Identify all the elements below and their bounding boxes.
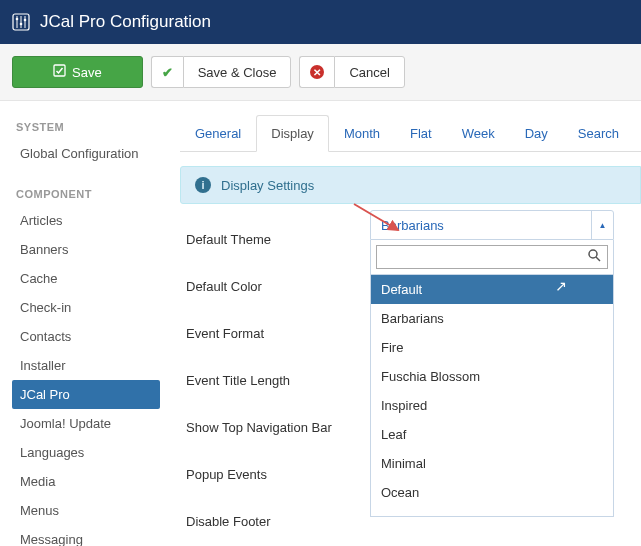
- dropdown-option[interactable]: Leaf: [371, 420, 613, 449]
- tab[interactable]: Search: [563, 115, 634, 151]
- dropdown-search: [370, 240, 614, 275]
- sidebar-item[interactable]: Cache: [12, 264, 160, 293]
- svg-point-5: [20, 23, 23, 26]
- tab-bar: GeneralDisplayMonthFlatWeekDaySearch: [180, 115, 641, 152]
- form-label: Default Color: [186, 279, 371, 294]
- sidebar-item[interactable]: Installer: [12, 351, 160, 380]
- dropdown-option[interactable]: Fire: [371, 333, 613, 362]
- sidebar-item-global-config[interactable]: Global Configuration: [12, 139, 160, 168]
- svg-point-8: [589, 250, 597, 258]
- sidebar-item[interactable]: Languages: [12, 438, 160, 467]
- save-close-button[interactable]: Save & Close: [183, 56, 292, 88]
- sidebar-item[interactable]: Media: [12, 467, 160, 496]
- save-icon: [53, 64, 66, 80]
- sidebar-item[interactable]: JCal Pro: [12, 380, 160, 409]
- checkmark-icon: ✔: [162, 65, 173, 80]
- info-banner: i Display Settings: [180, 166, 641, 204]
- dropdown-option[interactable]: Fuschia Blossom: [371, 362, 613, 391]
- form-label: Event Title Length: [186, 373, 371, 388]
- tab[interactable]: Display: [256, 115, 329, 152]
- dropdown-list[interactable]: Default↖BarbariansFireFuschia BlossomIns…: [370, 275, 614, 517]
- svg-point-6: [24, 19, 27, 22]
- form-label: Default Theme: [186, 232, 371, 247]
- sidebar-item[interactable]: Menus: [12, 496, 160, 525]
- page-header: JCal Pro Configuration: [0, 0, 641, 44]
- sidebar-item[interactable]: Banners: [12, 235, 160, 264]
- close-icon: ✕: [310, 65, 324, 79]
- sidebar-heading-component: COMPONENT: [12, 182, 160, 206]
- dropdown-option[interactable]: Barbarians: [371, 304, 613, 333]
- dropdown-option[interactable]: Sky: [371, 507, 613, 517]
- form-label: Show Top Navigation Bar: [186, 420, 371, 435]
- cursor-icon: ↖: [555, 278, 567, 294]
- cancel-icon-button[interactable]: ✕: [299, 56, 334, 88]
- sliders-icon: [12, 13, 30, 31]
- tab[interactable]: Flat: [395, 115, 447, 151]
- save-close-icon-button[interactable]: ✔: [151, 56, 183, 88]
- info-banner-text: Display Settings: [221, 178, 314, 193]
- save-button[interactable]: Save: [12, 56, 143, 88]
- cancel-button[interactable]: Cancel: [334, 56, 404, 88]
- sidebar: SYSTEM Global Configuration COMPONENT Ar…: [0, 115, 170, 546]
- tab[interactable]: General: [180, 115, 256, 151]
- form-label: Popup Events: [186, 467, 371, 482]
- svg-point-4: [16, 18, 19, 21]
- theme-dropdown[interactable]: Barbarians ▲ Default↖BarbariansFireFusch…: [370, 210, 614, 517]
- page-title: JCal Pro Configuration: [40, 12, 211, 32]
- save-label: Save: [72, 65, 102, 80]
- dropdown-option[interactable]: Default↖: [371, 275, 613, 304]
- form-label: Disable Footer: [186, 514, 371, 529]
- sidebar-item[interactable]: Check-in: [12, 293, 160, 322]
- toolbar: Save ✔ Save & Close ✕ Cancel: [0, 44, 641, 101]
- sidebar-item[interactable]: Messaging: [12, 525, 160, 546]
- form-label: Event Format: [186, 326, 371, 341]
- tab[interactable]: Week: [447, 115, 510, 151]
- dropdown-search-input[interactable]: [377, 250, 582, 265]
- tab[interactable]: Day: [510, 115, 563, 151]
- chevron-up-icon: ▲: [591, 211, 613, 239]
- main-panel: GeneralDisplayMonthFlatWeekDaySearch i D…: [170, 115, 641, 546]
- sidebar-item[interactable]: Joomla! Update: [12, 409, 160, 438]
- dropdown-button[interactable]: Barbarians ▲: [370, 210, 614, 240]
- info-icon: i: [195, 177, 211, 193]
- tab[interactable]: Month: [329, 115, 395, 151]
- search-icon: [582, 249, 607, 265]
- sidebar-item[interactable]: Contacts: [12, 322, 160, 351]
- dropdown-selected: Barbarians: [371, 211, 591, 239]
- sidebar-item[interactable]: Articles: [12, 206, 160, 235]
- sidebar-heading-system: SYSTEM: [12, 115, 160, 139]
- dropdown-option[interactable]: Minimal: [371, 449, 613, 478]
- dropdown-option[interactable]: Inspired: [371, 391, 613, 420]
- svg-line-9: [596, 257, 600, 261]
- dropdown-option[interactable]: Ocean: [371, 478, 613, 507]
- svg-rect-7: [54, 65, 65, 76]
